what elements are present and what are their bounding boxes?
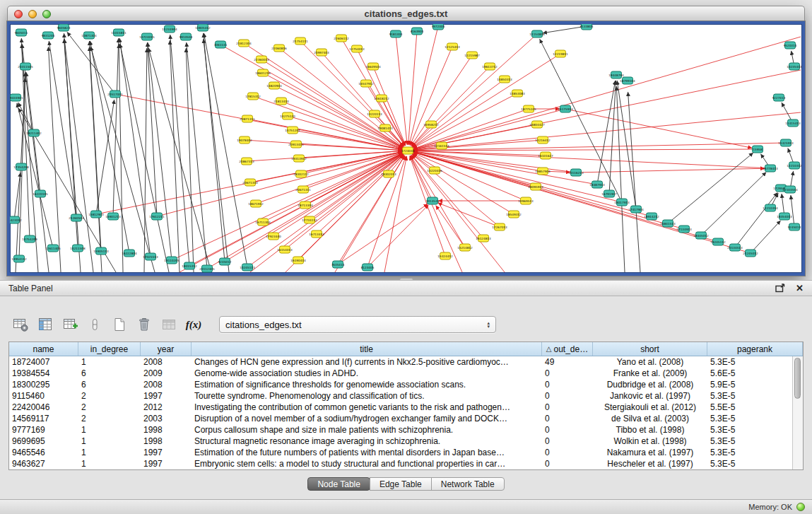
graph-node[interactable]: 18354013 <box>777 213 792 220</box>
table-row[interactable]: 1456911722003Disruption of a novel membe… <box>9 413 792 424</box>
graph-node[interactable]: 17267013 <box>492 223 507 230</box>
graph-node[interactable]: 15958 <box>753 146 763 153</box>
graph-node[interactable]: 14850313 <box>497 76 512 83</box>
graph-edge[interactable] <box>411 155 505 272</box>
graph-edge[interactable] <box>148 48 211 272</box>
graph-edge[interactable] <box>310 154 403 220</box>
graph-node[interactable]: 16713413 <box>309 230 324 238</box>
graph-node[interactable]: 8163904 <box>411 28 424 35</box>
graph-node[interactable]: 15812903 <box>88 211 104 218</box>
graph-node[interactable]: 17815312 <box>245 93 261 100</box>
graph-node[interactable]: 16124813 <box>476 235 491 242</box>
graph-node[interactable]: 19078402 <box>237 136 252 144</box>
graph-node[interactable]: 15214812 <box>457 244 473 251</box>
graph-edge[interactable] <box>540 39 622 202</box>
table-row[interactable]: 946362711997Embryonic stem cells: a mode… <box>9 458 792 469</box>
graph-node[interactable]: 9227413 <box>772 94 786 101</box>
graph-node[interactable]: 16804427 <box>529 121 545 128</box>
graph-node[interactable]: 20134513 <box>727 244 743 251</box>
graph-node[interactable]: 15324412 <box>437 252 453 259</box>
graph-edge[interactable] <box>413 112 801 150</box>
graph-node[interactable]: 14618212 <box>374 95 389 102</box>
graph-node[interactable]: 8133804 <box>580 24 594 30</box>
graph-node[interactable]: 20913411 <box>288 141 304 148</box>
graph-edge[interactable] <box>48 47 61 272</box>
graph-edge[interactable] <box>157 152 402 216</box>
graph-node[interactable]: 18211402 <box>26 129 42 136</box>
network-canvas[interactable]: 9605011983120496058231087130411015811107… <box>10 24 802 273</box>
graph-node[interactable]: 12210312 <box>787 162 802 169</box>
graph-node[interactable]: 18914212 <box>644 213 659 220</box>
graph-edge[interactable] <box>296 144 402 151</box>
table-row[interactable]: 1872400712008Changes of HCN gene express… <box>9 356 792 368</box>
graph-node[interactable]: 13954112 <box>11 255 27 262</box>
zoom-button[interactable] <box>42 10 51 18</box>
graph-node[interactable]: 19313912 <box>291 155 307 162</box>
graph-node[interactable]: 17923440 <box>266 233 281 240</box>
close-panel-icon[interactable]: ✕ <box>796 284 804 293</box>
tab-network-table[interactable]: Network Table <box>431 477 505 491</box>
graph-node[interactable]: 21754111 <box>293 37 308 45</box>
table-scrollbar[interactable] <box>792 356 803 469</box>
graph-node[interactable]: 19015312 <box>182 262 197 269</box>
float-panel-icon[interactable] <box>775 284 785 293</box>
graph-edge[interactable] <box>617 81 636 209</box>
graph-node[interactable]: 1724040 <box>401 147 415 154</box>
graph-node[interactable]: 16220105 <box>33 190 48 197</box>
graph-node[interactable]: 17134913 <box>676 226 692 233</box>
graph-node[interactable]: 1914545 <box>426 197 440 204</box>
graph-edge[interactable] <box>437 203 500 227</box>
add-column-icon[interactable] <box>61 315 79 334</box>
graph-edge[interactable] <box>791 195 794 227</box>
function-builder-button[interactable]: f(x) <box>184 315 203 334</box>
graph-node[interactable]: 9605823 <box>57 24 71 31</box>
scrollbar-thumb[interactable] <box>794 358 801 399</box>
graph-node[interactable]: 16101627 <box>538 152 553 159</box>
graph-node[interactable]: 9245012 <box>218 258 232 265</box>
graph-node[interactable]: 19081413 <box>377 124 393 132</box>
graph-node[interactable]: 14820904 <box>266 82 282 89</box>
graph-node[interactable]: 20517001 <box>107 90 123 98</box>
graph-edge[interactable] <box>367 205 428 267</box>
graph-node[interactable]: 3061141 <box>214 41 228 48</box>
graph-edge[interactable] <box>413 151 546 156</box>
graph-node[interactable]: 19448794 <box>608 71 624 78</box>
graph-edge[interactable] <box>628 92 640 272</box>
graph-edge[interactable] <box>576 168 765 173</box>
graph-edge[interactable] <box>408 31 417 145</box>
graph-node[interactable]: 21812304 <box>236 40 252 47</box>
table-row[interactable]: 1830029562008Estimation of significance … <box>9 379 792 390</box>
graph-edge[interactable] <box>338 204 428 264</box>
graph-edge[interactable] <box>701 173 766 235</box>
graph-node[interactable]: 18487913 <box>589 181 605 188</box>
graph-node[interactable]: 15175913 <box>558 105 573 112</box>
graph-node[interactable]: 18110205 <box>164 257 180 264</box>
graph-node[interactable]: 14853083 <box>510 90 525 97</box>
graph-edge[interactable] <box>148 42 172 260</box>
graph-edge[interactable] <box>64 39 93 272</box>
graph-node[interactable]: 19245112 <box>710 238 726 245</box>
graph-node[interactable]: 12125413 <box>445 43 460 50</box>
graph-node[interactable]: 20671310 <box>242 179 258 186</box>
graph-node[interactable]: 13220416 <box>427 167 442 174</box>
graph-node[interactable]: 9910504 <box>180 33 193 40</box>
graph-edge[interactable] <box>263 153 403 222</box>
table-row[interactable]: 969969511998Structural magnetic resonanc… <box>9 436 792 447</box>
graph-node[interactable]: 5972304 <box>432 24 445 30</box>
graph-node[interactable]: 19857904 <box>535 168 551 175</box>
graph-node[interactable]: 16190414 <box>290 257 306 264</box>
graph-node[interactable]: 16901213 <box>105 213 121 220</box>
graph-node[interactable]: 20867313 <box>239 158 254 165</box>
graph-node[interactable]: 19434901 <box>10 94 23 101</box>
graph-edge[interactable] <box>147 42 157 216</box>
graph-edge[interactable] <box>412 66 490 146</box>
window-titlebar[interactable]: citations_edges.txt <box>7 6 805 21</box>
graph-node[interactable]: 10116213 <box>568 169 584 176</box>
row-height-icon[interactable] <box>86 315 104 334</box>
graph-node[interactable]: 18799104 <box>620 77 635 84</box>
graph-edge[interactable] <box>263 73 403 148</box>
graph-node[interactable]: 16649504 <box>365 63 381 70</box>
tab-node-table[interactable]: Node Table <box>307 477 370 491</box>
graph-node[interactable]: 18095913 <box>528 183 543 190</box>
graph-edge[interactable] <box>396 34 407 145</box>
